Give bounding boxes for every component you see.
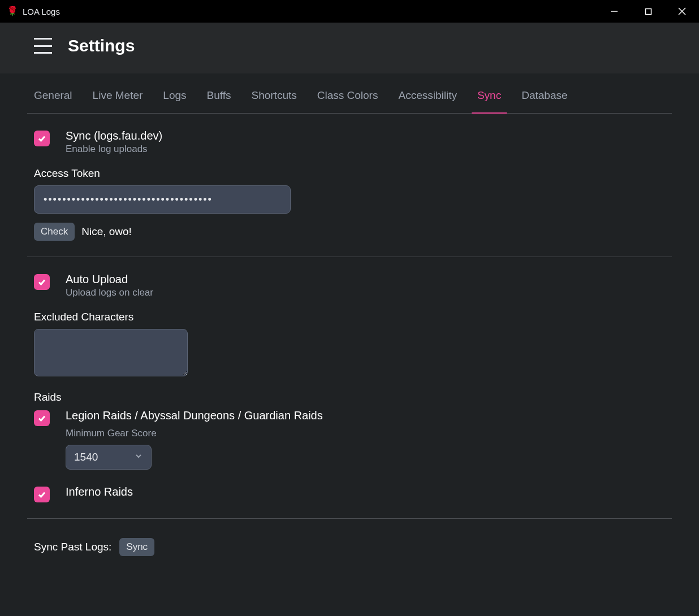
tab-general[interactable]: General <box>34 89 72 103</box>
past-logs-label: Sync Past Logs: <box>34 541 111 553</box>
legion-raids-checkbox[interactable] <box>34 410 50 426</box>
tab-database[interactable]: Database <box>521 89 567 103</box>
gear-score-value: 1540 <box>74 451 98 463</box>
tab-shortcuts[interactable]: Shortcuts <box>251 89 296 103</box>
close-icon <box>678 7 686 15</box>
inferno-raids-title: Inferno Raids <box>66 485 133 498</box>
check-icon <box>37 414 46 423</box>
legion-raids-text: Legion Raids / Abyssal Dungeons / Guardi… <box>66 409 323 470</box>
access-token-input[interactable] <box>34 185 291 214</box>
token-check-row: Check Nice, owo! <box>34 223 665 241</box>
check-token-result: Nice, owo! <box>81 225 132 238</box>
inferno-raids-text: Inferno Raids <box>66 485 133 498</box>
chevron-down-icon <box>134 451 143 463</box>
tab-live-meter[interactable]: Live Meter <box>93 89 143 103</box>
titlebar-left: 🌹 LOA Logs <box>7 7 60 16</box>
close-button[interactable] <box>674 3 690 19</box>
page-title: Settings <box>68 36 135 55</box>
gear-score-select[interactable]: 1540 <box>66 445 152 470</box>
maximize-button[interactable] <box>640 3 656 19</box>
auto-upload-sub: Upload logs on clear <box>66 287 153 298</box>
tab-logs[interactable]: Logs <box>163 89 186 103</box>
section-auto-upload: Auto Upload Upload logs on clear Exclude… <box>27 257 672 519</box>
tab-accessibility[interactable]: Accessibility <box>398 89 456 103</box>
app-title: LOA Logs <box>23 7 60 16</box>
tab-buffs[interactable]: Buffs <box>207 89 231 103</box>
check-icon <box>37 277 46 287</box>
app-icon: 🌹 <box>7 7 18 16</box>
header: Settings <box>0 23 699 73</box>
svg-rect-1 <box>645 8 651 14</box>
excluded-characters-label: Excluded Characters <box>34 311 665 323</box>
check-icon <box>37 134 46 143</box>
tab-class-colors[interactable]: Class Colors <box>317 89 378 103</box>
section-past-logs: Sync Past Logs: Sync <box>27 519 672 575</box>
hamburger-icon <box>34 38 52 40</box>
sync-enable-text: Sync (logs.fau.dev) Enable log uploads <box>66 129 162 155</box>
excluded-characters-input[interactable] <box>34 329 188 376</box>
sync-enable-checkbox[interactable] <box>34 131 50 146</box>
tab-underline <box>472 112 507 114</box>
auto-upload-row: Auto Upload Upload logs on clear <box>34 273 665 298</box>
auto-upload-checkbox[interactable] <box>34 274 50 290</box>
menu-button[interactable] <box>34 38 52 54</box>
inferno-raids-row: Inferno Raids <box>34 485 665 502</box>
maximize-icon <box>645 8 652 15</box>
access-token-label: Access Token <box>34 167 665 180</box>
sync-enable-row: Sync (logs.fau.dev) Enable log uploads <box>34 129 665 155</box>
tabs: GeneralLive MeterLogsBuffsShortcutsClass… <box>27 73 672 114</box>
legion-raids-row: Legion Raids / Abyssal Dungeons / Guardi… <box>34 409 665 470</box>
sync-enable-title: Sync (logs.fau.dev) <box>66 129 162 142</box>
check-icon <box>37 490 46 499</box>
inferno-raids-checkbox[interactable] <box>34 487 50 502</box>
sync-enable-sub: Enable log uploads <box>66 144 162 155</box>
tab-sync[interactable]: Sync <box>477 89 501 103</box>
gear-score-label: Minimum Gear Score <box>66 428 323 439</box>
window-controls <box>606 3 690 19</box>
titlebar: 🌹 LOA Logs <box>0 0 699 23</box>
legion-raids-title: Legion Raids / Abyssal Dungeons / Guardi… <box>66 409 323 422</box>
check-token-button[interactable]: Check <box>34 223 75 241</box>
minimize-icon <box>610 7 618 15</box>
auto-upload-text: Auto Upload Upload logs on clear <box>66 273 153 298</box>
auto-upload-title: Auto Upload <box>66 273 153 286</box>
sync-past-logs-button[interactable]: Sync <box>119 538 154 556</box>
raids-label: Raids <box>34 391 665 404</box>
section-sync: Sync (logs.fau.dev) Enable log uploads A… <box>27 114 672 257</box>
minimize-button[interactable] <box>606 3 622 19</box>
